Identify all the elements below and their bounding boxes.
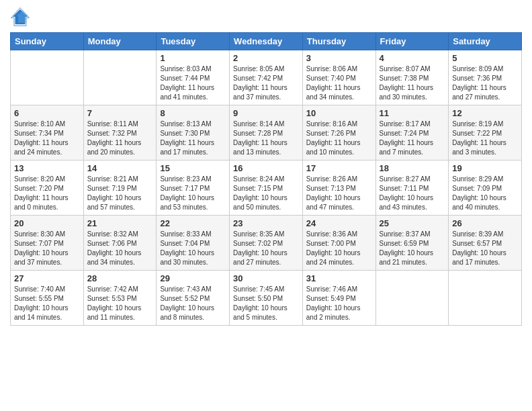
- day-number: 17: [306, 163, 372, 173]
- header-wednesday: Wednesday: [230, 33, 303, 50]
- day-info: Sunrise: 8:36 AM Sunset: 7:00 PM Dayligh…: [306, 230, 372, 267]
- day-info: Sunrise: 8:09 AM Sunset: 7:36 PM Dayligh…: [452, 64, 518, 102]
- cell-4-6: [449, 271, 522, 326]
- day-info: Sunrise: 8:14 AM Sunset: 7:28 PM Dayligh…: [233, 120, 299, 157]
- day-number: 2: [233, 53, 299, 63]
- day-header-row: Sunday Monday Tuesday Wednesday Thursday…: [11, 33, 522, 50]
- day-number: 1: [160, 53, 226, 63]
- header-friday: Friday: [375, 33, 449, 50]
- day-info: Sunrise: 8:17 AM Sunset: 7:24 PM Dayligh…: [380, 120, 445, 157]
- day-number: 5: [452, 53, 518, 63]
- week-row-1: 1Sunrise: 8:03 AM Sunset: 7:44 PM Daylig…: [11, 50, 522, 105]
- header-tuesday: Tuesday: [157, 33, 230, 50]
- day-number: 11: [380, 108, 445, 118]
- cell-2-2: 15Sunrise: 8:23 AM Sunset: 7:17 PM Dayli…: [157, 161, 230, 216]
- day-info: Sunrise: 8:29 AM Sunset: 7:09 PM Dayligh…: [452, 175, 518, 212]
- day-number: 20: [14, 218, 80, 228]
- cell-4-2: 29Sunrise: 7:43 AM Sunset: 5:52 PM Dayli…: [157, 271, 230, 326]
- header-thursday: Thursday: [302, 33, 375, 50]
- day-info: Sunrise: 8:24 AM Sunset: 7:15 PM Dayligh…: [233, 175, 299, 212]
- day-number: 15: [160, 163, 226, 173]
- day-number: 6: [14, 108, 80, 118]
- day-info: Sunrise: 7:40 AM Sunset: 5:55 PM Dayligh…: [14, 285, 80, 322]
- cell-1-4: 10Sunrise: 8:16 AM Sunset: 7:26 PM Dayli…: [302, 105, 375, 161]
- day-number: 14: [87, 163, 153, 173]
- week-row-5: 27Sunrise: 7:40 AM Sunset: 5:55 PM Dayli…: [11, 271, 522, 326]
- day-info: Sunrise: 7:45 AM Sunset: 5:50 PM Dayligh…: [233, 285, 299, 322]
- cell-4-5: [375, 271, 449, 326]
- day-info: Sunrise: 8:20 AM Sunset: 7:20 PM Dayligh…: [14, 175, 80, 212]
- day-number: 22: [160, 218, 226, 228]
- cell-1-3: 9Sunrise: 8:14 AM Sunset: 7:28 PM Daylig…: [230, 105, 303, 161]
- day-info: Sunrise: 8:23 AM Sunset: 7:17 PM Dayligh…: [160, 175, 226, 212]
- cell-3-0: 20Sunrise: 8:30 AM Sunset: 7:07 PM Dayli…: [11, 216, 84, 271]
- cell-3-6: 26Sunrise: 8:39 AM Sunset: 6:57 PM Dayli…: [449, 216, 522, 271]
- day-number: 25: [380, 218, 445, 228]
- cell-0-4: 3Sunrise: 8:06 AM Sunset: 7:40 PM Daylig…: [302, 50, 375, 105]
- day-info: Sunrise: 8:06 AM Sunset: 7:40 PM Dayligh…: [306, 64, 372, 102]
- day-info: Sunrise: 8:21 AM Sunset: 7:19 PM Dayligh…: [87, 175, 153, 212]
- header-sunday: Sunday: [11, 33, 84, 50]
- day-info: Sunrise: 8:19 AM Sunset: 7:22 PM Dayligh…: [452, 120, 518, 157]
- day-info: Sunrise: 8:11 AM Sunset: 7:32 PM Dayligh…: [87, 120, 153, 157]
- week-row-3: 13Sunrise: 8:20 AM Sunset: 7:20 PM Dayli…: [11, 161, 522, 216]
- day-info: Sunrise: 8:07 AM Sunset: 7:38 PM Dayligh…: [380, 64, 445, 102]
- cell-2-5: 18Sunrise: 8:27 AM Sunset: 7:11 PM Dayli…: [375, 161, 449, 216]
- cell-1-0: 6Sunrise: 8:10 AM Sunset: 7:34 PM Daylig…: [11, 105, 84, 161]
- cell-0-0: [11, 50, 84, 105]
- cell-2-1: 14Sunrise: 8:21 AM Sunset: 7:19 PM Dayli…: [83, 161, 157, 216]
- cell-4-3: 30Sunrise: 7:45 AM Sunset: 5:50 PM Dayli…: [230, 271, 303, 326]
- cell-0-6: 5Sunrise: 8:09 AM Sunset: 7:36 PM Daylig…: [449, 50, 522, 105]
- day-number: 19: [452, 163, 518, 173]
- day-number: 16: [233, 163, 299, 173]
- cell-0-5: 4Sunrise: 8:07 AM Sunset: 7:38 PM Daylig…: [375, 50, 449, 105]
- week-row-4: 20Sunrise: 8:30 AM Sunset: 7:07 PM Dayli…: [11, 216, 522, 271]
- cell-1-5: 11Sunrise: 8:17 AM Sunset: 7:24 PM Dayli…: [375, 105, 449, 161]
- day-info: Sunrise: 8:10 AM Sunset: 7:34 PM Dayligh…: [14, 120, 80, 157]
- day-number: 31: [306, 273, 372, 283]
- day-info: Sunrise: 7:42 AM Sunset: 5:53 PM Dayligh…: [87, 285, 153, 322]
- day-number: 29: [160, 273, 226, 283]
- day-info: Sunrise: 8:05 AM Sunset: 7:42 PM Dayligh…: [233, 64, 299, 102]
- day-number: 21: [87, 218, 153, 228]
- day-number: 10: [306, 108, 372, 118]
- day-info: Sunrise: 8:32 AM Sunset: 7:06 PM Dayligh…: [87, 230, 153, 267]
- cell-1-2: 8Sunrise: 8:13 AM Sunset: 7:30 PM Daylig…: [157, 105, 230, 161]
- day-info: Sunrise: 8:13 AM Sunset: 7:30 PM Dayligh…: [160, 120, 226, 157]
- cell-3-5: 25Sunrise: 8:37 AM Sunset: 6:59 PM Dayli…: [375, 216, 449, 271]
- day-number: 18: [380, 163, 445, 173]
- cell-1-6: 12Sunrise: 8:19 AM Sunset: 7:22 PM Dayli…: [449, 105, 522, 161]
- calendar-page: Sunday Monday Tuesday Wednesday Thursday…: [0, 0, 532, 411]
- day-number: 30: [233, 273, 299, 283]
- cell-2-3: 16Sunrise: 8:24 AM Sunset: 7:15 PM Dayli…: [230, 161, 303, 216]
- cell-3-3: 23Sunrise: 8:35 AM Sunset: 7:02 PM Dayli…: [230, 216, 303, 271]
- header: [10, 7, 522, 27]
- cell-0-2: 1Sunrise: 8:03 AM Sunset: 7:44 PM Daylig…: [157, 50, 230, 105]
- day-number: 4: [380, 53, 445, 63]
- header-monday: Monday: [83, 33, 157, 50]
- day-info: Sunrise: 8:35 AM Sunset: 7:02 PM Dayligh…: [233, 230, 299, 267]
- cell-4-4: 31Sunrise: 7:46 AM Sunset: 5:49 PM Dayli…: [302, 271, 375, 326]
- cell-4-0: 27Sunrise: 7:40 AM Sunset: 5:55 PM Dayli…: [11, 271, 84, 326]
- day-info: Sunrise: 8:16 AM Sunset: 7:26 PM Dayligh…: [306, 120, 372, 157]
- day-number: 24: [306, 218, 372, 228]
- cell-3-2: 22Sunrise: 8:33 AM Sunset: 7:04 PM Dayli…: [157, 216, 230, 271]
- day-number: 23: [233, 218, 299, 228]
- day-info: Sunrise: 8:33 AM Sunset: 7:04 PM Dayligh…: [160, 230, 226, 267]
- calendar-table: Sunday Monday Tuesday Wednesday Thursday…: [10, 32, 522, 326]
- day-number: 27: [14, 273, 80, 283]
- day-number: 3: [306, 53, 372, 63]
- day-number: 28: [87, 273, 153, 283]
- week-row-2: 6Sunrise: 8:10 AM Sunset: 7:34 PM Daylig…: [11, 105, 522, 161]
- cell-3-4: 24Sunrise: 8:36 AM Sunset: 7:00 PM Dayli…: [302, 216, 375, 271]
- cell-2-0: 13Sunrise: 8:20 AM Sunset: 7:20 PM Dayli…: [11, 161, 84, 216]
- day-number: 13: [14, 163, 80, 173]
- day-number: 9: [233, 108, 299, 118]
- day-number: 26: [452, 218, 518, 228]
- cell-4-1: 28Sunrise: 7:42 AM Sunset: 5:53 PM Dayli…: [83, 271, 157, 326]
- cell-2-6: 19Sunrise: 8:29 AM Sunset: 7:09 PM Dayli…: [449, 161, 522, 216]
- day-info: Sunrise: 8:03 AM Sunset: 7:44 PM Dayligh…: [160, 64, 226, 102]
- cell-0-3: 2Sunrise: 8:05 AM Sunset: 7:42 PM Daylig…: [230, 50, 303, 105]
- cell-3-1: 21Sunrise: 8:32 AM Sunset: 7:06 PM Dayli…: [83, 216, 157, 271]
- day-info: Sunrise: 8:39 AM Sunset: 6:57 PM Dayligh…: [452, 230, 518, 267]
